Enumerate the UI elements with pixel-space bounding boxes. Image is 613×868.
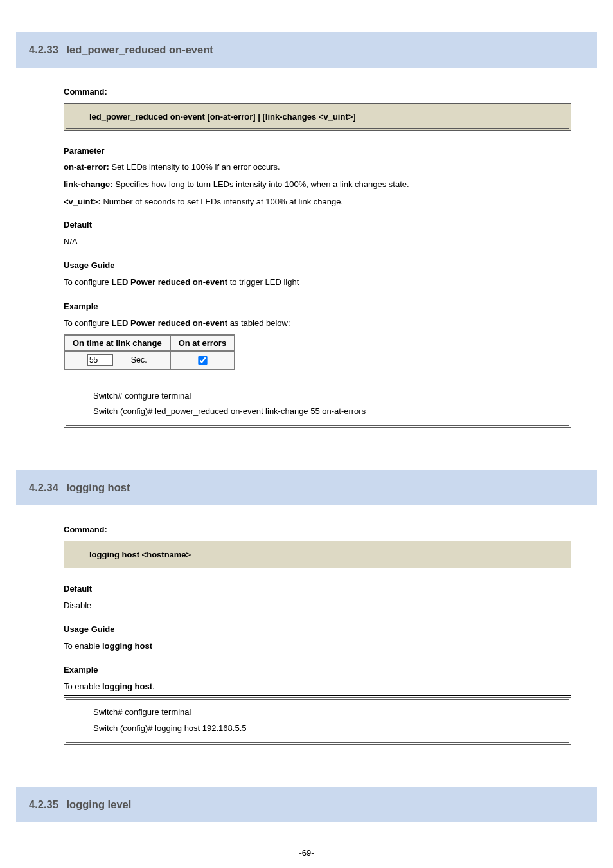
example-line: Switch (config)# logging host 192.168.5.… <box>93 721 542 737</box>
command-subhead: Command: <box>64 525 571 534</box>
param-label: <v_uint>: <box>64 197 101 206</box>
rule <box>64 695 571 696</box>
example-subhead: Example <box>64 665 571 674</box>
example-line: Switch# configure terminal <box>93 388 542 404</box>
section-title: logging level <box>66 799 131 810</box>
command-code-1: led_power_reduced on-event [on-at-error]… <box>64 103 571 131</box>
param-text: Specifies how long to turn LEDs intensit… <box>113 179 409 189</box>
unit-text: Sec. <box>131 356 147 365</box>
default-subhead: Default <box>64 220 571 230</box>
default-subhead: Default <box>64 584 571 593</box>
default-text: Disable <box>64 599 571 613</box>
gui-table: On time at link change On at errors Sec. <box>64 334 235 370</box>
gui-th-onerrors: On at errors <box>170 335 235 351</box>
example-line: Switch# configure terminal <box>93 705 542 721</box>
command-subhead: Command: <box>64 87 571 96</box>
gui-th-ontime: On time at link change <box>64 335 170 351</box>
page-footer: -69- <box>42 848 571 858</box>
param-label: link-change: <box>64 179 113 189</box>
usage-text: To enable logging host <box>64 639 571 653</box>
example-box-1: Switch# configure terminal Switch (confi… <box>64 381 571 428</box>
gui-td-check <box>170 351 235 370</box>
section-heading-2: 4.2.34 logging host <box>16 470 597 505</box>
example-box-2: Switch# configure terminal Switch (confi… <box>64 697 571 744</box>
param-label: on-at-error: <box>64 162 109 172</box>
example-subhead: Example <box>64 302 571 311</box>
example-line: Switch (config)# led_power_reduced on-ev… <box>93 404 542 420</box>
usage-subhead: Usage Guide <box>64 624 571 634</box>
parameter-subhead: Parameter <box>64 146 571 156</box>
section-heading-1: 4.2.33 led_power_reduced on-event <box>16 32 597 68</box>
gui-td-value: Sec. <box>64 351 170 370</box>
example-intro-2: To enable logging host. <box>64 680 571 694</box>
param-text: Set LEDs intensity to 100% if an error o… <box>109 162 280 172</box>
default-text: N/A <box>64 235 571 249</box>
section-title: logging host <box>66 482 130 493</box>
ontime-input[interactable] <box>87 354 113 366</box>
param-text: Number of seconds to set LEDs intensity … <box>101 197 343 206</box>
usage-text: To configure LED Power reduced on-event … <box>64 275 571 289</box>
usage-subhead: Usage Guide <box>64 260 571 270</box>
section-title: led_power_reduced on-event <box>66 44 213 55</box>
onerrors-checkbox[interactable] <box>198 356 207 365</box>
example-intro: To configure LED Power reduced on-event … <box>64 316 571 330</box>
command-code-2: logging host <hostname> <box>64 541 571 568</box>
section-number: 4.2.35 <box>29 799 58 810</box>
param-list-1: on-at-error: Set LEDs intensity to 100% … <box>64 161 571 208</box>
section-number: 4.2.33 <box>29 44 58 55</box>
section-heading-3: 4.2.35 logging level <box>16 787 597 822</box>
section-number: 4.2.34 <box>29 482 58 493</box>
